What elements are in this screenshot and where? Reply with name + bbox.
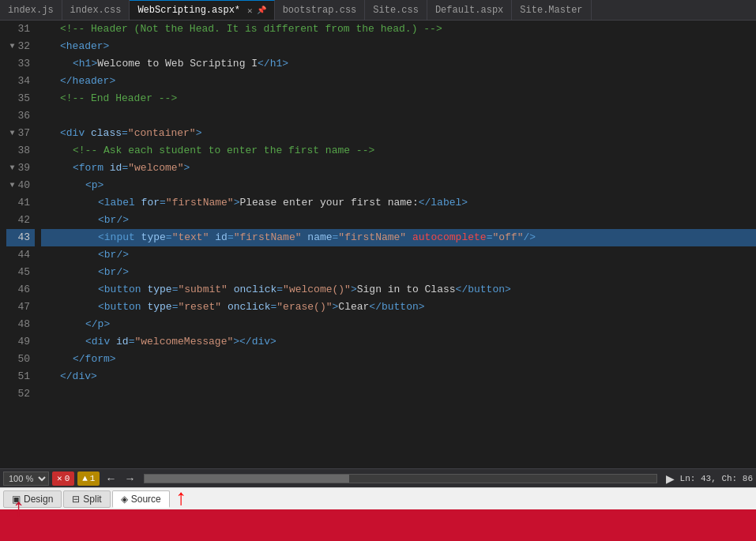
nav-back-button[interactable]: ← [103,472,118,485]
gutter-line-48: 48 [6,316,35,333]
code-line-50: </form> [41,351,756,368]
code-tag: = [276,281,283,299]
tab-bootstrap-css[interactable]: bootstrap.css [275,0,366,20]
code-line-38: <!-- Ask each student to enter the first… [41,142,756,160]
code-string: "firstName" [166,194,234,212]
code-tag: /> [523,229,536,246]
gutter-line-38: 38 [6,142,35,160]
code-tag: = [122,125,128,142]
tab-label: bootstrap.css [283,5,357,16]
code-tag: <input [98,229,141,246]
code-attr-name: onclick [234,281,277,299]
code-attr-name: type [147,299,171,316]
tab-webscripting-aspx[interactable]: WebScripting.aspx* ✕ 📌 [130,0,274,20]
code-tag: > [196,125,202,142]
code-tag: <form [73,160,110,177]
code-attr-name: id [110,160,122,177]
error-icon: ✕ [57,473,62,483]
collapse-arrow[interactable]: ▼ [6,160,14,177]
code-text: Sign in to Class [357,281,456,299]
code-tag: <br/> [98,246,129,264]
collapse-arrow[interactable]: ▼ [6,38,14,55]
tab-close-icon[interactable]: ✕ [247,6,253,16]
tab-label: WebScripting.aspx* [137,5,240,16]
code-tag: <header> [60,38,109,55]
tab-site-master[interactable]: Site.Master [512,0,591,20]
code-line-36 [41,107,756,125]
code-attr-name: id [215,229,228,246]
code-tag: = [228,229,234,246]
code-line-42: <br/> [41,212,756,229]
code-tag: </header> [60,73,115,90]
tab-pin-icon[interactable]: 📌 [257,6,266,15]
code-tag: <label [98,194,141,212]
code-line-48: </p> [41,316,756,333]
code-tag: <br/> [98,264,129,281]
view-tab-source[interactable]: ◈ Source [112,490,170,508]
code-line-49: <div id="welcomeMessage"></div> [41,333,756,351]
code-string: "text" [172,229,209,246]
nav-forward-button[interactable]: → [122,472,137,485]
error-count: 0 [65,474,70,483]
code-tag: </p> [85,316,110,333]
tab-site-css[interactable]: Site.css [365,0,427,20]
code-line-46: <button type="submit" onclick="welcome()… [41,281,756,299]
code-attr-name: type [147,281,171,299]
code-tag: = [160,194,166,212]
gutter-line-49: 49 [6,333,35,351]
collapse-arrow[interactable]: ▼ [6,125,14,142]
tab-index-js[interactable]: index.js [0,0,62,20]
code-line-44: <br/> [41,246,756,264]
red-arrow-container: ↑ [175,488,188,510]
code-attr-name: for [141,194,160,212]
code-tag: = [172,299,179,316]
gutter-line-51: 51 [6,368,35,385]
code-text: Please enter your first name: [239,194,418,212]
code-line-45: <br/> [41,264,756,281]
gutter-line-32: ▼32 [6,38,35,55]
code-line-31: <!-- Header (Not the Head. It is differe… [41,21,756,38]
code-tag: </h1> [258,55,288,73]
design-tab-label: Design [24,494,53,505]
tab-default-aspx[interactable]: Default.aspx [427,0,512,20]
code-tag: <button [98,281,147,299]
code-tag: = [166,229,172,246]
scroll-right-button[interactable]: ▶ [664,472,677,485]
warning-count: 1 [90,474,96,483]
split-tab-label: Split [83,494,101,505]
tab-index-css[interactable]: index.css [62,0,130,20]
gutter-line-44: 44 [6,246,35,264]
error-badge[interactable]: ✕ 0 [52,471,74,486]
zoom-select[interactable]: 100 % [3,471,49,486]
code-string: "reset" [178,299,221,316]
code-tag: </button> [369,299,424,316]
view-tab-split[interactable]: ⊟ Split [63,490,110,508]
code-tag: > [351,281,357,299]
gutter-line-36: 36 [6,107,35,125]
code-line-33: <h1>Welcome to Web Scripting I</h1> [41,55,756,73]
bottom-area: 100 % ✕ 0 ▲ 1 ← → ▶ Ln: 43, Ch: 86 ▣ Des… [0,468,756,541]
code-line-37: <div class="container"> [41,125,756,142]
code-tag: <h1> [73,55,97,73]
code-tag: = [122,160,128,177]
editor-area: 31 ▼32 33 34 35 36 ▼37 38 ▼39 ▼40 41 42 … [0,21,756,468]
horizontal-scrollbar-track[interactable] [144,474,656,483]
view-tabs: ▣ Design ⊟ Split ◈ Source ↑ [0,487,756,509]
code-content[interactable]: <!-- Header (Not the Head. It is differe… [41,21,756,468]
code-tag: </label> [419,194,468,212]
collapse-arrow[interactable]: ▼ [6,177,14,194]
code-attr-name: type [141,229,166,246]
gutter-line-37: ▼37 [6,125,35,142]
code-tag: <p> [85,177,103,194]
red-arrow-pointer-icon: ↑ [11,497,26,522]
red-arrow-below: ↑ [0,509,756,541]
code-line-39: <form id="welcome"> [41,160,756,177]
gutter-line-50: 50 [6,351,35,368]
warning-badge[interactable]: ▲ 1 [77,471,100,486]
code-line-41: <label for="firstName">Please enter your… [41,194,756,212]
gutter-line-39: ▼39 [6,160,35,177]
gutter-line-45: 45 [6,264,35,281]
gutter-line-43: 43 [6,229,35,246]
code-tag: <div [60,125,91,142]
code-line-32: <header> [41,38,756,55]
